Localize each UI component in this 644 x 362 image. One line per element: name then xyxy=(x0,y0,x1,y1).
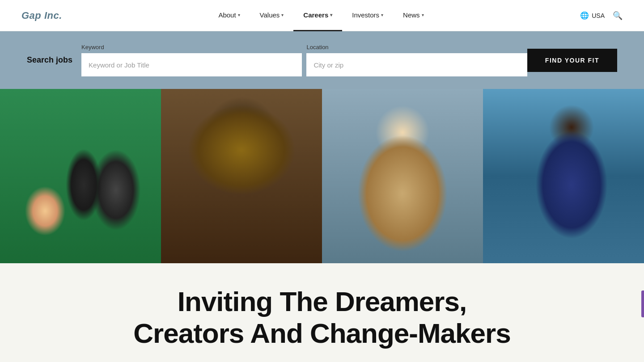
svg-rect-6 xyxy=(75,173,96,239)
svg-point-54 xyxy=(556,158,577,179)
svg-rect-23 xyxy=(218,150,265,157)
svg-marker-31 xyxy=(417,126,483,178)
svg-point-1 xyxy=(33,155,62,183)
image-panel-yoga-woman xyxy=(483,89,644,263)
svg-point-35 xyxy=(389,135,421,154)
nav-item-careers[interactable]: Careers ▾ xyxy=(293,0,342,31)
brand-name: Gap Inc. xyxy=(21,10,62,21)
svg-point-10 xyxy=(36,152,59,165)
find-your-fit-button[interactable]: FIND YOUR FIT xyxy=(527,49,617,72)
svg-marker-45 xyxy=(521,150,597,198)
nav-careers-label: Careers xyxy=(303,11,328,19)
svg-rect-16 xyxy=(190,188,294,263)
image-grid xyxy=(0,89,644,263)
svg-marker-29 xyxy=(322,131,398,178)
hero-title-line1: Inviting The Dreamers, xyxy=(178,286,466,317)
svg-rect-18 xyxy=(199,190,284,263)
svg-point-20 xyxy=(206,147,277,166)
chevron-down-icon: ▾ xyxy=(238,13,240,17)
region-label: USA xyxy=(592,12,605,19)
svg-rect-51 xyxy=(563,207,570,240)
hero-title-line2: Creators And Change-Makers xyxy=(133,318,510,349)
svg-rect-28 xyxy=(322,89,483,188)
nav-item-news[interactable]: News ▾ xyxy=(393,0,434,31)
svg-marker-46 xyxy=(578,155,644,197)
svg-rect-47 xyxy=(483,198,644,236)
svg-rect-40 xyxy=(395,169,414,183)
svg-rect-27 xyxy=(218,195,265,214)
nav-right: 🌐 USA 🔍 xyxy=(580,11,623,21)
chevron-down-icon: ▾ xyxy=(330,13,332,17)
svg-rect-15 xyxy=(161,89,322,263)
scroll-indicator xyxy=(641,290,644,317)
svg-rect-12 xyxy=(39,190,56,193)
keyword-input[interactable] xyxy=(81,53,302,76)
svg-line-58 xyxy=(566,171,576,183)
svg-marker-44 xyxy=(483,160,540,198)
svg-rect-14 xyxy=(161,89,322,263)
svg-rect-53 xyxy=(558,171,575,206)
svg-line-52 xyxy=(553,211,567,226)
svg-rect-24 xyxy=(226,181,241,189)
svg-rect-49 xyxy=(540,233,545,247)
svg-rect-7 xyxy=(73,176,97,185)
svg-marker-38 xyxy=(395,168,405,193)
svg-rect-17 xyxy=(199,190,284,263)
svg-point-41 xyxy=(403,195,407,199)
nav-links: About ▾ Values ▾ Careers ▾ Investors ▾ N… xyxy=(208,0,433,31)
image-panel-gap-family xyxy=(0,89,161,263)
svg-rect-13 xyxy=(0,245,161,263)
svg-rect-50 xyxy=(582,233,587,247)
svg-rect-36 xyxy=(391,144,398,163)
search-bar-section: Search jobs Keyword Location FIND YOUR F… xyxy=(0,31,644,89)
nav-item-values[interactable]: Values ▾ xyxy=(250,0,294,31)
svg-point-5 xyxy=(72,146,98,173)
svg-point-3 xyxy=(32,152,63,169)
svg-rect-11 xyxy=(39,185,56,188)
nav-about-label: About xyxy=(218,11,236,19)
svg-rect-33 xyxy=(322,216,483,231)
nav-values-label: Values xyxy=(260,11,280,19)
location-label: Location xyxy=(306,44,527,51)
svg-point-42 xyxy=(403,205,407,209)
nav-investors-label: Investors xyxy=(352,11,379,19)
svg-rect-4 xyxy=(32,160,63,166)
main-nav: Gap Inc. About ▾ Values ▾ Careers ▾ Inve… xyxy=(0,0,644,31)
svg-point-59 xyxy=(561,165,572,173)
svg-rect-48 xyxy=(530,226,597,233)
image-panel-hat-man xyxy=(161,89,322,263)
nav-item-investors[interactable]: Investors ▾ xyxy=(342,0,393,31)
location-input[interactable] xyxy=(306,53,527,76)
svg-rect-21 xyxy=(216,122,267,160)
image-panel-coat-woman xyxy=(322,89,483,263)
keyword-field-group: Keyword xyxy=(81,44,302,76)
svg-point-56 xyxy=(559,160,573,174)
svg-rect-37 xyxy=(377,168,433,253)
chevron-down-icon: ▾ xyxy=(422,13,424,17)
svg-rect-43 xyxy=(483,89,644,202)
nav-news-label: News xyxy=(403,11,420,19)
hero-text-section: Inviting The Dreamers, Creators And Chan… xyxy=(0,263,644,362)
svg-rect-25 xyxy=(244,181,258,189)
svg-rect-0 xyxy=(0,89,161,263)
search-icon[interactable]: 🔍 xyxy=(613,11,623,21)
hero-title: Inviting The Dreamers, Creators And Chan… xyxy=(27,286,617,349)
chevron-down-icon: ▾ xyxy=(281,13,284,17)
svg-rect-32 xyxy=(322,178,483,226)
globe-icon: 🌐 xyxy=(580,11,589,20)
brand-logo[interactable]: Gap Inc. xyxy=(21,10,62,21)
nav-item-about[interactable]: About ▾ xyxy=(208,0,250,31)
location-field-group: Location xyxy=(306,44,527,76)
svg-point-22 xyxy=(216,114,267,129)
region-selector[interactable]: 🌐 USA xyxy=(580,11,605,20)
svg-point-55 xyxy=(555,153,578,170)
svg-point-34 xyxy=(390,137,420,168)
svg-point-8 xyxy=(106,150,135,179)
svg-point-19 xyxy=(223,155,261,197)
svg-line-57 xyxy=(556,171,566,183)
svg-rect-2 xyxy=(38,183,57,240)
keyword-label: Keyword xyxy=(81,44,302,51)
chevron-down-icon: ▾ xyxy=(381,13,383,17)
search-jobs-label: Search jobs xyxy=(27,55,72,65)
svg-rect-9 xyxy=(108,178,133,240)
